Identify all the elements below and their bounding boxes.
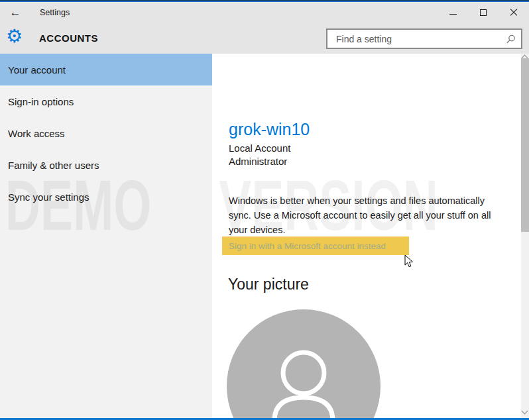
sign-in-microsoft-link[interactable]: Sign in with a Microsoft account instead [222,236,409,255]
titlebar: ← Settings [0,2,529,23]
search-icon[interactable] [506,34,516,47]
maximize-icon [480,9,487,16]
settings-window: ← Settings ⚙ ACCOUNTS [0,0,529,420]
search-input[interactable] [327,30,521,48]
minimize-button[interactable] [438,2,468,23]
avatar-circle [227,309,381,420]
search-box [326,28,522,49]
sidebar-item-sync-your-settings[interactable]: Sync your settings [0,181,212,213]
sidebar-item-label: Your account [8,64,66,76]
minimize-icon [449,14,457,15]
sync-description-line: Windows is better when your settings and… [229,193,491,208]
sidebar-item-label: Sign-in options [8,96,74,107]
window-chrome: ← Settings ⚙ ACCOUNTS [0,0,529,54]
account-name: grok-win10 [229,120,310,139]
sidebar-item-label: Work access [8,128,65,139]
sidebar-item-sign-in-options[interactable]: Sign-in options [0,85,212,117]
sidebar-item-label: Family & other users [8,160,99,171]
close-button[interactable] [499,2,529,23]
scrollbar-down-arrow-icon[interactable] [522,408,528,415]
main-content: grok-win10 Local Account Administrator W… [212,54,521,420]
vertical-scrollbar[interactable] [521,54,529,420]
app-header: ⚙ ACCOUNTS [0,25,529,54]
sidebar-item-family-other-users[interactable]: Family & other users [0,149,212,181]
sign-in-microsoft-link-label: Sign in with a Microsoft account instead [229,241,386,251]
sync-description-line: your devices. [229,223,491,237]
close-icon [510,9,518,17]
gear-icon: ⚙ [6,25,23,48]
sidebar-item-label: Sync your settings [8,191,89,203]
window-title: Settings [40,8,70,17]
account-type: Local Account [229,142,290,154]
sync-description-line: sync. Use a Microsoft account to easily … [229,208,491,223]
sync-description: Windows is better when your settings and… [229,193,491,237]
back-arrow-icon: ← [10,6,21,19]
sidebar-item-your-account[interactable]: Your account [0,54,212,85]
user-avatar [227,309,381,420]
page-title: ACCOUNTS [39,32,98,44]
your-picture-heading: Your picture [228,276,309,293]
sidebar-item-work-access[interactable]: Work access [0,117,212,149]
account-role: Administrator [229,156,287,167]
maximize-button[interactable] [468,2,499,23]
scrollbar-thumb[interactable] [521,58,529,232]
window-top-border [0,0,529,2]
sidebar: Your account Sign-in options Work access… [0,54,212,420]
window-controls [438,2,529,23]
back-button[interactable]: ← [0,2,30,23]
